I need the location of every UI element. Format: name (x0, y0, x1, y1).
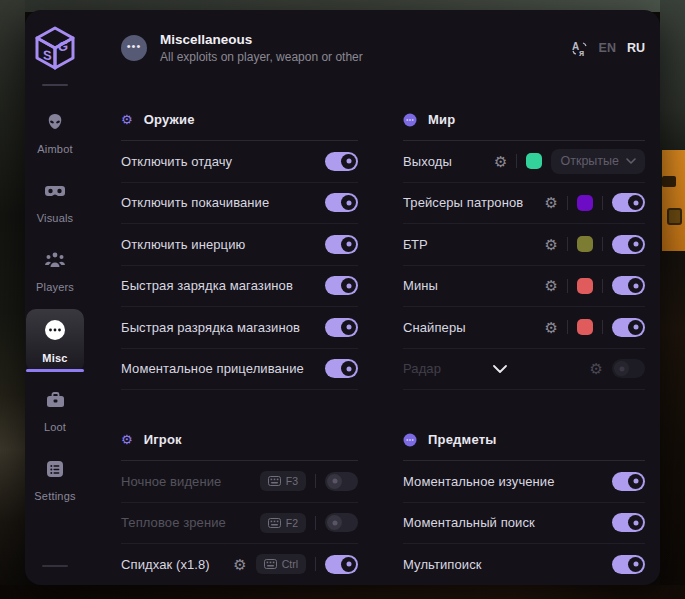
color-swatch[interactable] (577, 195, 593, 211)
sidebar-item-settings[interactable]: Settings (26, 449, 84, 510)
separator (567, 196, 568, 210)
color-swatch[interactable] (577, 319, 593, 335)
vr-goggles-icon (44, 181, 66, 205)
screen: S G AimbotVisualsPlayersMiscLootSettings… (0, 0, 685, 599)
separator (567, 279, 568, 293)
radar-expander[interactable] (411, 365, 590, 373)
btr-toggle[interactable] (612, 235, 645, 254)
exits-dropdown[interactable]: Открытые (551, 149, 645, 174)
feature-label: Ночное видение (121, 474, 221, 489)
multi-search-toggle[interactable] (612, 555, 645, 574)
color-swatch[interactable] (577, 278, 593, 294)
radar-toggle[interactable] (612, 359, 645, 378)
gear-icon[interactable]: ⚙ (545, 320, 558, 335)
fast-magazine-unload-row: Быстрая разрядка магазинов (121, 307, 358, 349)
svg-text:G: G (58, 38, 68, 54)
list-icon (45, 459, 65, 483)
separator (315, 474, 316, 488)
thermal-vision-row: Тепловое зрениеF2 (121, 503, 358, 545)
sidebar-item-players[interactable]: Players (26, 240, 84, 301)
night-vision-toggle[interactable] (325, 472, 358, 491)
section-title: Мир (428, 112, 455, 127)
color-swatch[interactable] (526, 153, 542, 169)
main-panel: ••• Miscellaneous All exploits on player… (85, 10, 660, 585)
game-background-right (660, 0, 685, 599)
gear-icon[interactable]: ⚙ (494, 154, 507, 169)
night-vision-row: Ночное видениеF3 (121, 461, 358, 503)
fast-magazine-unload-toggle[interactable] (325, 318, 358, 337)
toggle-knob (327, 474, 342, 489)
gear-icon[interactable]: ⚙ (545, 278, 558, 293)
section-title: Игрок (144, 432, 182, 447)
toggle-knob (327, 515, 342, 530)
lang-ru-button[interactable]: RU (627, 41, 645, 55)
gear-icon[interactable]: ⚙ (233, 557, 246, 572)
gear-icon: ⚙ (121, 433, 133, 446)
page-header: ••• Miscellaneous All exploits on player… (121, 20, 645, 76)
row-controls (325, 193, 358, 212)
bullet-tracers-toggle[interactable] (612, 193, 645, 212)
snipers-row: Снайперы⚙ (403, 307, 645, 349)
instant-aim-toggle[interactable] (325, 359, 358, 378)
keyboard-icon (268, 476, 281, 486)
sidebar-item-label: Aimbot (37, 143, 72, 155)
sidebar-item-aimbot[interactable]: Aimbot (26, 102, 84, 163)
thermal-vision-toggle[interactable] (325, 513, 358, 532)
sg-cube-logo-icon: S G (32, 25, 78, 71)
sidebar-item-visuals[interactable]: Visuals (26, 171, 84, 232)
toggle-knob (341, 237, 356, 252)
speedhack-row: Спидхак (x1.8)⚙Ctrl (121, 544, 358, 585)
toggle-knob (614, 361, 629, 376)
gear-icon[interactable]: ⚙ (590, 361, 603, 376)
globe-icon (403, 113, 417, 127)
feature-label: Снайперы (403, 320, 466, 335)
ellipsis-circle-icon: ••• (121, 35, 147, 61)
separator (516, 154, 517, 168)
instant-study-row: Моментальное изучение (403, 461, 645, 503)
toggle-knob (341, 195, 356, 210)
separator (602, 196, 603, 210)
fast-magazine-load-toggle[interactable] (325, 276, 358, 295)
instant-search-toggle[interactable] (612, 513, 645, 532)
section-title: Предметы (428, 432, 497, 447)
page-subtitle: All exploits on player, weapon or other (160, 50, 363, 64)
sign-glyph (667, 208, 682, 225)
separator (315, 516, 316, 530)
overlay-window: S G AimbotVisualsPlayersMiscLootSettings… (25, 10, 660, 585)
toggle-knob (341, 278, 356, 293)
hotkey-badge[interactable]: F2 (260, 513, 306, 533)
color-swatch[interactable] (577, 236, 593, 252)
snipers-toggle[interactable] (612, 318, 645, 337)
disable-sway-toggle[interactable] (325, 193, 358, 212)
toggle-knob (628, 515, 643, 530)
sidebar-item-label: Loot (44, 421, 66, 433)
alien-icon (45, 112, 65, 136)
disable-inertia-row: Отключить инерцию (121, 224, 358, 266)
disable-recoil-row: Отключить отдачу (121, 141, 358, 183)
speedhack-toggle[interactable] (325, 555, 358, 574)
feature-label: Мультипоиск (403, 557, 482, 572)
disable-recoil-toggle[interactable] (325, 152, 358, 171)
feature-label: Трейсеры патронов (403, 195, 523, 210)
instant-search-row: Моментальный поиск (403, 503, 645, 545)
box-icon (403, 433, 417, 447)
hotkey-badge[interactable]: Ctrl (256, 554, 306, 574)
instant-study-toggle[interactable] (612, 472, 645, 491)
sidebar-item-loot[interactable]: Loot (26, 380, 84, 441)
gear-icon[interactable]: ⚙ (545, 195, 558, 210)
disable-inertia-toggle[interactable] (325, 235, 358, 254)
feature-label: Отключить отдачу (121, 154, 232, 169)
sidebar-bottom-divider (42, 565, 68, 567)
toggle-knob (341, 320, 356, 335)
mines-toggle[interactable] (612, 276, 645, 295)
hotkey-badge[interactable]: F3 (260, 471, 306, 491)
gear-icon[interactable]: ⚙ (545, 237, 558, 252)
bullet-tracers-row: Трейсеры патронов⚙ (403, 183, 645, 225)
sidebar-item-misc[interactable]: Misc (26, 309, 84, 372)
lang-en-button[interactable]: EN (599, 41, 616, 55)
row-controls: F3 (260, 471, 358, 491)
toggle-knob (341, 557, 356, 572)
row-controls: ⚙ (590, 359, 645, 378)
separator (315, 557, 316, 571)
multi-search-row: Мультипоиск (403, 544, 645, 585)
